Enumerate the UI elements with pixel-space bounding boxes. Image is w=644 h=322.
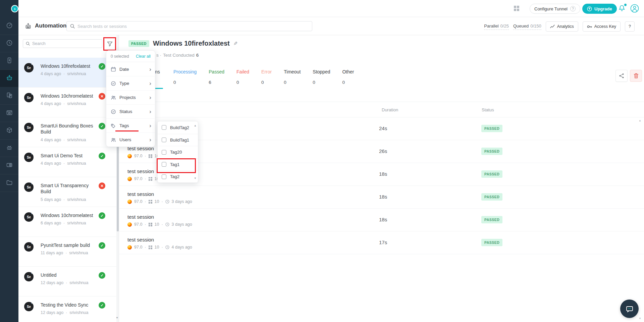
scroll-down-icon[interactable]: ▼ — [116, 316, 118, 319]
sidebar-item-projects[interactable] — [0, 174, 18, 192]
filter-menu-item[interactable]: Tags › — [106, 118, 155, 132]
filter-menu-item[interactable]: Users › — [106, 132, 155, 147]
analytics-button[interactable]: Analytics — [546, 21, 578, 32]
chevron-right-icon: › — [149, 95, 151, 100]
tag-option[interactable]: Tag20 — [158, 146, 198, 158]
filter-item-icon — [111, 81, 116, 86]
session-name[interactable]: test session — [127, 168, 154, 174]
clear-all-link[interactable]: Clear all — [136, 54, 151, 59]
filter-menu-item[interactable]: Type › — [106, 76, 155, 90]
sidebar-expand-button[interactable]: › — [11, 5, 18, 12]
filter-menu-item[interactable]: Date › — [106, 62, 155, 76]
selenium-avatar: Se — [24, 153, 34, 162]
access-key-button[interactable]: Access Key — [583, 21, 621, 32]
sidebar-item-automation[interactable] — [0, 70, 18, 87]
session-row[interactable]: test session 97.0 · 10 · 4 days ago 17s — [119, 231, 644, 254]
edit-title-icon[interactable]: ✎ — [233, 41, 238, 47]
tag-checkbox[interactable] — [162, 174, 166, 179]
table-header: Duration Status — [119, 102, 644, 117]
build-list-item[interactable]: Se Smart Ui Demo Test 4 days ago · srivi… — [18, 147, 116, 177]
tag-checkbox[interactable] — [162, 138, 166, 142]
queued-value: 0/150 — [530, 23, 541, 29]
filter-menu-item[interactable]: Status › — [106, 104, 155, 118]
column-status: Status — [482, 107, 494, 112]
selenium-avatar: Se — [24, 302, 34, 311]
queued-quota: Queued 0/150 — [513, 23, 541, 30]
tag-option[interactable]: Tag1 — [158, 158, 198, 171]
session-row[interactable]: test session 97.0 · 10 · 3 days ago 18s — [119, 209, 644, 231]
build-list-item[interactable]: Se Testing the Video Sync 12 days ago · … — [18, 297, 116, 322]
configure-tunnel-button[interactable]: Configure Tunnel ? — [530, 4, 580, 14]
tag-checkbox[interactable] — [162, 150, 166, 155]
sidebar-item-smartui[interactable] — [0, 105, 18, 122]
share-button[interactable] — [615, 70, 628, 82]
selenium-avatar: Se — [24, 212, 34, 222]
chat-widget-button[interactable] — [620, 300, 639, 318]
stat-column[interactable]: Stopped 0 — [313, 69, 330, 85]
stat-column[interactable]: Processing 0 — [173, 69, 197, 85]
build-list-item[interactable]: Se Windows 10firefoxlatest 4 days ago · … — [18, 58, 116, 88]
session-name[interactable]: test session — [127, 214, 154, 220]
clock-icon — [165, 200, 169, 204]
global-search-input[interactable] — [77, 24, 309, 29]
firefox-icon — [127, 200, 132, 204]
notifications-button[interactable] — [618, 4, 627, 13]
build-list-item[interactable]: Se Windows 10chromelatest 4 days ago · s… — [18, 88, 116, 117]
tag-checkbox[interactable] — [162, 125, 166, 130]
stat-column[interactable]: Timeout 0 — [284, 69, 301, 85]
apps-grid-icon[interactable] — [514, 6, 519, 11]
tags-scroll-up-icon[interactable]: ▲ — [194, 124, 197, 127]
sidebar-item-hyperexecute[interactable] — [0, 122, 18, 140]
help-button[interactable]: ? — [625, 21, 635, 32]
tag-option[interactable]: BuildTag2 — [158, 121, 198, 134]
stat-column[interactable]: Other 0 — [342, 69, 354, 85]
tags-scroll-down-icon[interactable]: ▼ — [194, 177, 197, 180]
filter-button-annotated[interactable] — [103, 37, 116, 51]
upgrade-button[interactable]: Upgrade — [582, 4, 617, 14]
sidebar-item-accessibility[interactable] — [0, 157, 18, 174]
tag-checkbox[interactable] — [162, 162, 166, 167]
session-status-badge: PASSED — [481, 193, 502, 201]
build-title: Untitled — [41, 272, 98, 278]
selenium-avatar: Se — [24, 93, 34, 102]
session-time: 3 days ago — [172, 199, 192, 204]
build-list-item[interactable]: Se PyunitTest sample build 11 days ago ·… — [18, 237, 116, 267]
os-version: 10 — [155, 199, 159, 204]
build-list-item[interactable]: Se Untitled 12 days ago · srivishnua — [18, 267, 116, 297]
session-row[interactable]: test session 97.0 · 10 · 3 days ago 18s — [119, 186, 644, 209]
tag-option[interactable]: BuildTag1 — [158, 134, 198, 146]
global-search — [66, 21, 312, 31]
left-nav-rail — [0, 0, 18, 322]
build-list-item[interactable]: Se Smart Ui Transparency Build 5 days ag… — [18, 177, 116, 207]
delete-button[interactable] — [630, 70, 642, 82]
table-scroll-down-icon[interactable]: ▼ — [639, 317, 641, 320]
sidebar-item-debug[interactable] — [0, 140, 18, 157]
stat-column[interactable]: Error 0 — [261, 69, 272, 85]
filter-menu-item[interactable]: Projects › — [106, 90, 155, 104]
filter-selected-count: 0 selected — [111, 54, 129, 59]
build-meta: 6 days ago · srivishnua — [41, 221, 98, 225]
table-scroll-up-icon[interactable]: ▲ — [639, 119, 641, 122]
sessions-tab-fragment[interactable]: ns — [155, 69, 160, 74]
clock-icon — [165, 222, 169, 226]
access-key-label: Access Key — [594, 24, 616, 29]
build-search-input[interactable] — [32, 41, 99, 46]
sidebar-item-realtime[interactable] — [0, 35, 18, 52]
session-name[interactable]: test session — [127, 237, 154, 243]
build-meta: 5 days ago · srivishnua — [41, 197, 98, 202]
user-avatar[interactable] — [630, 4, 639, 14]
build-list-item[interactable]: Se Windows 10chromelatest 6 days ago · s… — [18, 207, 116, 237]
sidebar-item-app-automation[interactable] — [0, 87, 18, 105]
session-meta: 97.0 · 10 · 4 days ago — [127, 245, 192, 250]
sidebar-item-app-testing[interactable] — [0, 52, 18, 70]
build-list-item[interactable]: Se SmartUi Bounding Boxes Build 4 days a… — [18, 117, 116, 147]
stat-column[interactable]: Failed 0 — [236, 69, 249, 85]
os-version: 10 — [155, 222, 159, 227]
stat-column[interactable]: Passed 6 — [209, 69, 224, 85]
firefox-icon — [127, 177, 132, 181]
tunnel-help-icon[interactable]: ? — [570, 6, 576, 11]
build-list: Se Windows 10firefoxlatest 4 days ago · … — [18, 58, 116, 322]
session-name[interactable]: test session — [127, 191, 154, 197]
stat-value: 0 — [284, 80, 301, 85]
sidebar-item-dashboard[interactable] — [0, 17, 18, 35]
